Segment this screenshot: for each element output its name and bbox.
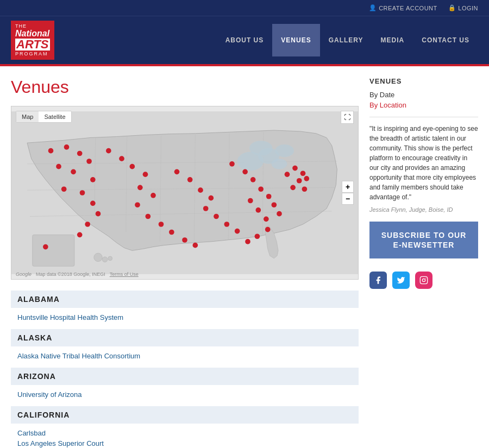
page-title: Venues	[11, 77, 359, 97]
svg-point-43	[182, 237, 187, 243]
svg-point-30	[96, 211, 101, 216]
venue-huntsville[interactable]: Huntsville Hospital Health System	[17, 312, 352, 323]
svg-point-42	[169, 229, 174, 235]
user-icon: 👤	[369, 4, 377, 11]
svg-point-70	[265, 226, 271, 232]
map-data-text: Map data ©2018 Google, INEGI	[36, 272, 105, 277]
svg-point-56	[258, 186, 264, 192]
map-terms-link[interactable]: Terms of Use	[110, 272, 139, 277]
svg-point-71	[255, 234, 260, 239]
state-header-california: CALIFORNIA	[11, 406, 359, 424]
sidebar-by-date[interactable]: By Date	[369, 90, 478, 100]
state-arizona: ARIZONA University of Arizona	[11, 368, 359, 406]
nav-venues[interactable]: VENUES	[272, 24, 319, 56]
us-map-svg	[11, 106, 358, 279]
svg-point-25	[71, 169, 76, 174]
main-navigation: THE National ARTS PROGRAM ABOUT US VENUE…	[0, 16, 489, 64]
svg-point-59	[277, 211, 282, 216]
sidebar-quote: "It is inspiring and eye-opening to see …	[369, 124, 478, 202]
subscribe-button[interactable]: SUBSCRIBE TO OURE-NEWSETTER	[369, 222, 478, 258]
svg-point-51	[224, 222, 230, 227]
svg-point-55	[250, 177, 256, 182]
login-link[interactable]: 🔒 LOGIN	[448, 4, 478, 11]
map-controls: Map Satellite	[16, 111, 72, 123]
svg-point-41	[159, 222, 164, 227]
svg-point-19	[108, 256, 112, 261]
svg-point-67	[304, 176, 309, 181]
svg-point-76	[425, 278, 426, 279]
venue-alaska-tribal[interactable]: Alaska Native Tribal Health Consortium	[17, 351, 352, 361]
svg-point-29	[90, 200, 96, 206]
svg-point-72	[245, 239, 250, 244]
svg-point-65	[300, 171, 306, 176]
zoom-out-button[interactable]: −	[342, 193, 354, 205]
svg-point-36	[143, 172, 148, 177]
svg-point-54	[242, 169, 248, 174]
twitter-icon[interactable]	[392, 272, 410, 289]
state-header-arizona: ARIZONA	[11, 368, 359, 385]
state-items-alabama: Huntsville Hospital Health System	[11, 308, 359, 329]
sidebar-by-location[interactable]: By Location	[369, 100, 478, 110]
svg-point-62	[264, 216, 269, 222]
sidebar: VENUES By Date By Location "It is inspir…	[369, 77, 478, 448]
svg-point-46	[187, 177, 193, 182]
map-container: Map Satellite ⛶	[11, 106, 359, 280]
map-zoom-controls: + −	[342, 181, 354, 205]
state-header-alaska: ALASKA	[11, 329, 359, 346]
svg-point-38	[151, 193, 156, 198]
svg-point-22	[77, 150, 83, 156]
map-expand-button[interactable]: ⛶	[341, 111, 354, 124]
svg-point-68	[290, 185, 296, 190]
svg-point-52	[235, 228, 240, 234]
svg-rect-74	[420, 276, 427, 283]
svg-point-31	[85, 222, 90, 227]
svg-point-18	[102, 257, 108, 262]
map-tab-map[interactable]: Map	[16, 111, 39, 122]
create-account-link[interactable]: 👤 CREATE ACCOUNT	[369, 4, 437, 11]
nav-about-us[interactable]: ABOUT US	[217, 24, 273, 56]
nav-links: ABOUT US VENUES GALLERY MEDIA CONTACT US	[217, 24, 478, 56]
svg-point-61	[256, 207, 261, 213]
svg-point-24	[56, 163, 61, 169]
sidebar-venues-title: VENUES	[369, 77, 478, 85]
svg-point-20	[48, 148, 54, 153]
svg-point-53	[229, 161, 235, 167]
venue-university-arizona[interactable]: University of Arizona	[17, 389, 352, 400]
svg-rect-16	[33, 235, 74, 266]
google-logo: Google	[16, 272, 32, 277]
svg-point-66	[297, 178, 302, 184]
svg-point-28	[80, 190, 85, 195]
lock-icon: 🔒	[448, 4, 456, 11]
state-alabama: ALABAMA Huntsville Hospital Health Syste…	[11, 291, 359, 329]
social-icons	[369, 272, 478, 289]
svg-point-27	[61, 186, 67, 192]
instagram-icon[interactable]	[415, 272, 432, 289]
map-footer: Google Map data ©2018 Google, INEGI Term…	[16, 272, 139, 277]
svg-point-26	[90, 177, 96, 182]
venue-la-superior-court[interactable]: Los Angeles Superior Court	[17, 438, 352, 448]
map-tab-satellite[interactable]: Satellite	[39, 111, 71, 122]
svg-point-32	[77, 232, 83, 237]
svg-point-44	[193, 242, 198, 248]
svg-point-17	[94, 253, 102, 261]
svg-point-69	[302, 186, 308, 192]
zoom-in-button[interactable]: +	[342, 181, 354, 193]
svg-point-34	[119, 156, 124, 161]
svg-point-47	[198, 187, 203, 193]
nav-gallery[interactable]: GALLERY	[320, 24, 372, 56]
svg-point-14	[249, 141, 273, 155]
main-content: Venues Map Satellite ⛶	[11, 77, 369, 448]
svg-point-35	[130, 163, 135, 169]
logo-arts: ARTS	[15, 39, 50, 51]
nav-contact-us[interactable]: CONTACT US	[413, 24, 478, 56]
svg-point-45	[174, 169, 180, 174]
svg-point-75	[422, 279, 425, 281]
svg-point-33	[106, 148, 111, 153]
nav-media[interactable]: MEDIA	[372, 24, 413, 56]
svg-point-63	[285, 172, 290, 177]
venue-carlsbad[interactable]: Carlsbad	[17, 428, 352, 438]
logo[interactable]: THE National ARTS PROGRAM	[11, 16, 54, 64]
svg-point-40	[146, 213, 151, 219]
state-header-alabama: ALABAMA	[11, 291, 359, 308]
facebook-icon[interactable]	[369, 272, 387, 289]
